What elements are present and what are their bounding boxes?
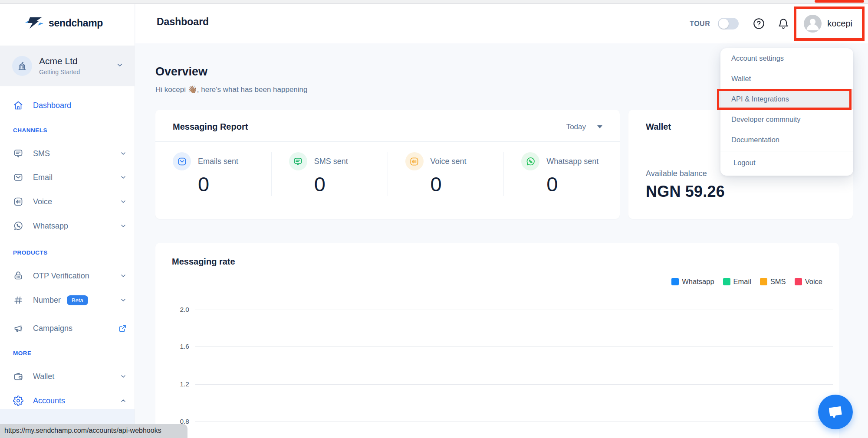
email-stat-icon [173, 152, 191, 170]
whatsapp-stat-icon [521, 152, 539, 170]
help-icon[interactable] [753, 17, 765, 30]
menu-item-developer-community[interactable]: Developer commnuity [720, 109, 853, 130]
toggle-knob [719, 19, 729, 29]
org-building-icon [12, 56, 32, 76]
home-icon [13, 100, 24, 111]
legend-swatch-email [723, 278, 730, 285]
gear-icon [13, 395, 24, 406]
whatsapp-icon [13, 220, 24, 232]
period-value: Today [566, 123, 586, 131]
stat-value: 0 [198, 172, 271, 196]
messaging-rate-title: Messaging rate [172, 257, 235, 267]
sidebar-item-label: Number [33, 296, 61, 305]
chevron-down-icon[interactable] [120, 297, 127, 304]
sidebar-item-otp-verification[interactable]: OTP Verification [13, 267, 127, 284]
sidebar-item-wallet[interactable]: Wallet [13, 368, 127, 385]
y-tick-label: 1.2 [164, 380, 189, 388]
sidebar-item-label: Accounts [33, 396, 65, 405]
sidebar-item-accounts[interactable]: Accounts [13, 392, 127, 409]
user-menu-trigger[interactable]: kocepi [794, 7, 865, 41]
stat-label: Voice sent [431, 157, 467, 166]
menu-item-documentation[interactable]: Documentation [720, 130, 853, 150]
org-name: Acme Ltd [39, 56, 80, 66]
voice-stat-icon [405, 152, 424, 170]
gridline-1-2: 1.2 [164, 380, 833, 388]
chat-launcher-button[interactable] [818, 395, 853, 429]
annotation-red-fragment [815, 0, 864, 3]
sidebar-item-number[interactable]: Number Beta [13, 291, 127, 309]
org-subtitle: Getting Started [39, 69, 80, 75]
period-select[interactable]: Today [566, 123, 602, 131]
menu-item-wallet[interactable]: Wallet [720, 69, 853, 89]
stat-voice-sent: Voice sent 0 [388, 152, 504, 196]
menu-item-account-settings[interactable]: Account settings [720, 48, 853, 69]
menu-item-logout[interactable]: Logout [720, 151, 853, 174]
sidebar-item-label: Campaigns [33, 324, 72, 333]
legend-voice: Voice [795, 278, 822, 286]
tour-label: TOUR [690, 20, 710, 28]
org-switcher[interactable]: Acme Ltd Getting Started [0, 46, 135, 86]
brand-name: sendchamp [49, 17, 103, 29]
sidebar-item-email[interactable]: Email [13, 169, 127, 186]
chart-legend: Whatsapp Email SMS Voice [671, 278, 822, 286]
external-link-icon[interactable] [118, 324, 127, 333]
sidebar-item-dashboard[interactable]: Dashboard [13, 97, 127, 114]
messaging-rate-card: Messaging rate Whatsapp Email SMS Voice … [155, 243, 839, 438]
available-balance-value: NGN 59.26 [646, 183, 835, 201]
lock-icon [13, 270, 24, 281]
sidebar-item-label: Whatsapp [33, 222, 68, 231]
header-bar: Dashboard TOUR kocepi [135, 4, 868, 43]
sidebar-item-voice[interactable]: Voice [13, 193, 127, 210]
username: kocepi [827, 19, 852, 29]
legend-swatch-sms [760, 278, 767, 285]
sidebar-item-campaigns[interactable]: Campaigns [13, 320, 127, 337]
sidebar-item-whatsapp[interactable]: Whatsapp [13, 217, 127, 235]
sidebar-item-label: Email [33, 173, 53, 182]
chevron-down-icon[interactable] [120, 174, 127, 181]
stat-whatsapp-sent: Whatsapp sent 0 [503, 152, 620, 196]
beta-badge: Beta [67, 295, 88, 305]
voice-icon [13, 196, 24, 207]
sms-icon [13, 148, 24, 159]
sidebar-submenu-highlight [0, 409, 135, 425]
sidebar-section-channels: CHANNELS [13, 127, 47, 134]
stat-label: SMS sent [314, 157, 348, 166]
avatar [804, 15, 822, 33]
sendchamp-logo-icon [24, 15, 44, 31]
sidebar: sendchamp Acme Ltd Getting Started Dashb… [0, 4, 135, 438]
chevron-up-icon[interactable] [120, 397, 127, 404]
stat-value: 0 [431, 172, 504, 196]
stat-label: Whatsapp sent [546, 157, 598, 166]
user-dropdown-menu: Account settings Wallet API & Integratio… [720, 48, 853, 176]
overview-subtitle: Hi kocepi 👋🏽, here's what has been happe… [155, 85, 308, 94]
chevron-down-icon[interactable] [120, 150, 127, 157]
sidebar-item-label: OTP Verification [33, 271, 89, 281]
overview-title: Overview [155, 65, 207, 78]
sidebar-item-label: Wallet [33, 372, 54, 381]
caret-down-icon [597, 125, 602, 128]
sidebar-section-products: PRODUCTS [13, 249, 48, 256]
chevron-down-icon[interactable] [116, 61, 124, 71]
page-title: Dashboard [157, 16, 209, 28]
chevron-down-icon[interactable] [120, 272, 127, 279]
chevron-down-icon[interactable] [120, 222, 127, 229]
messaging-report-card: Messaging Report Today Emails sent 0 SMS… [155, 110, 620, 219]
legend-swatch-voice [795, 278, 802, 285]
sidebar-item-sms[interactable]: SMS [13, 145, 127, 162]
gridline-2-0: 2.0 [164, 306, 833, 314]
sms-stat-icon [289, 152, 307, 170]
chevron-down-icon[interactable] [120, 198, 127, 205]
menu-item-api-integrations[interactable]: API & Integrations [720, 89, 853, 109]
notifications-bell-icon[interactable] [777, 18, 789, 30]
stat-emails-sent: Emails sent 0 [155, 152, 271, 196]
stat-value: 0 [314, 172, 388, 196]
legend-sms: SMS [760, 278, 786, 286]
gridline-1-6: 1.6 [164, 343, 833, 350]
status-url-tooltip: https://my.sendchamp.com/accounts/api-we… [0, 424, 187, 438]
tour-toggle[interactable] [718, 18, 739, 29]
chevron-down-icon[interactable] [120, 373, 127, 380]
brand-logo[interactable]: sendchamp [0, 4, 135, 42]
stat-value: 0 [546, 172, 620, 196]
browser-chrome-strip [0, 0, 868, 4]
legend-whatsapp: Whatsapp [671, 278, 714, 286]
